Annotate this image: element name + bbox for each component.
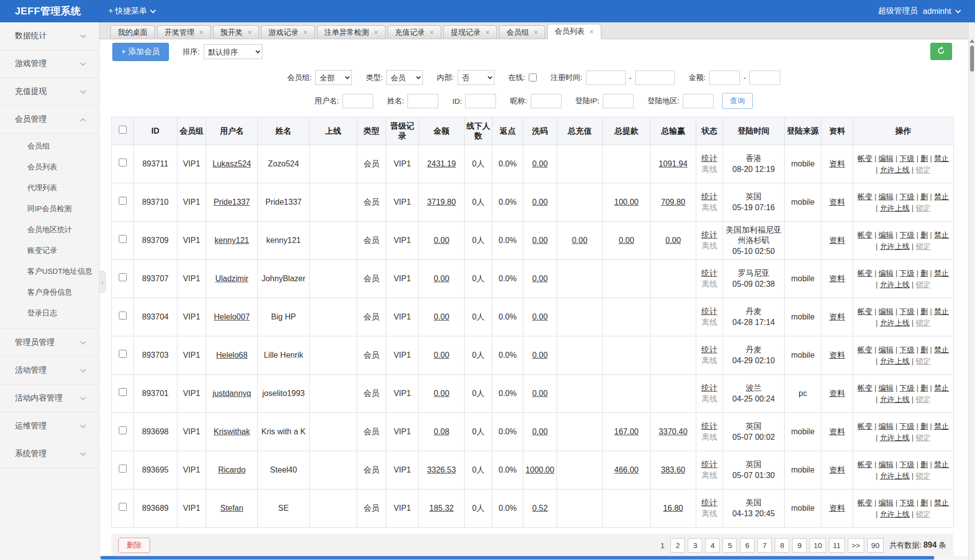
op-delete[interactable]: 删 — [920, 307, 928, 316]
profile-link[interactable]: 资料 — [829, 198, 845, 206]
op-lock[interactable]: 锁定 — [916, 395, 931, 403]
amount-link[interactable]: 0.00 — [434, 274, 449, 283]
sidebar-item[interactable]: 会员地区统计 — [0, 219, 99, 240]
op-subordinates[interactable]: 下级 — [899, 269, 914, 277]
op-ban[interactable]: 禁止 — [934, 231, 949, 239]
total-withdraw-link[interactable]: 466.00 — [614, 466, 639, 474]
member-username-link[interactable]: Helelo007 — [214, 313, 249, 321]
sidebar-group[interactable]: 活动管理 — [0, 357, 99, 385]
sidebar-group[interactable]: 活动内容管理 — [0, 385, 99, 412]
wash-link[interactable]: 0.00 — [532, 389, 548, 398]
op-allow-online[interactable]: 允许上线 — [880, 357, 909, 365]
sidebar-group[interactable]: 游戏管理 — [0, 50, 99, 78]
amount-link[interactable]: 0.08 — [434, 427, 449, 436]
sidebar-item[interactable]: 登录日志 — [0, 303, 99, 323]
op-edit[interactable]: 编辑 — [879, 345, 894, 354]
op-account-change[interactable]: 帐变 — [858, 269, 873, 277]
tab[interactable]: 游戏记录× — [261, 25, 315, 39]
row-checkbox[interactable] — [119, 350, 127, 358]
row-checkbox[interactable] — [119, 503, 127, 511]
row-checkbox[interactable] — [119, 388, 127, 396]
op-allow-online[interactable]: 允许上线 — [880, 433, 909, 442]
op-lock[interactable]: 锁定 — [916, 472, 931, 480]
stats-link[interactable]: 统计 — [698, 421, 721, 432]
sidebar-collapse-handle[interactable]: ‹ — [99, 271, 106, 293]
op-subordinates[interactable]: 下级 — [899, 345, 914, 354]
stats-link[interactable]: 统计 — [698, 153, 721, 164]
op-delete[interactable]: 删 — [920, 345, 928, 354]
sidebar-item[interactable]: 会员组 — [0, 136, 99, 157]
stats-link[interactable]: 统计 — [698, 497, 721, 508]
tab[interactable]: 会员列表× — [547, 24, 601, 39]
stats-link[interactable]: 统计 — [698, 268, 721, 279]
page-button[interactable]: 5 — [723, 538, 737, 553]
profile-link[interactable]: 资料 — [829, 236, 845, 244]
page-button[interactable]: 11 — [829, 538, 845, 553]
op-account-change[interactable]: 帐变 — [858, 460, 873, 469]
profile-link[interactable]: 资料 — [829, 427, 845, 436]
member-username-link[interactable]: Pride1337 — [214, 198, 250, 206]
amount-link[interactable]: 3719.80 — [427, 198, 456, 206]
sidebar-item[interactable]: 代理列表 — [0, 177, 99, 198]
op-allow-online[interactable]: 允许上线 — [880, 165, 909, 174]
row-checkbox[interactable] — [119, 312, 127, 320]
op-delete[interactable]: 删 — [920, 192, 928, 201]
op-lock[interactable]: 锁定 — [916, 510, 931, 518]
tab-close-icon[interactable]: × — [430, 29, 434, 36]
member-group-select[interactable]: 全部 — [315, 70, 352, 85]
page-button[interactable]: 4 — [705, 538, 720, 553]
id-input[interactable] — [465, 94, 496, 108]
profile-link[interactable]: 资料 — [829, 466, 845, 474]
op-delete[interactable]: 删 — [920, 384, 928, 392]
op-edit[interactable]: 编辑 — [879, 154, 894, 162]
row-checkbox[interactable] — [119, 465, 127, 473]
op-account-change[interactable]: 帐变 — [858, 231, 873, 239]
sidebar-item[interactable]: 客户身份信息 — [0, 282, 99, 303]
tab-close-icon[interactable]: × — [247, 29, 251, 36]
profile-link[interactable]: 资料 — [829, 504, 845, 512]
member-username-link[interactable]: justdannyq — [213, 389, 251, 398]
page-button[interactable]: 8 — [775, 538, 789, 553]
add-member-button[interactable]: + 添加会员 — [112, 43, 169, 61]
amount-link[interactable]: 0.00 — [434, 313, 449, 321]
op-subordinates[interactable]: 下级 — [899, 231, 914, 239]
op-ban[interactable]: 禁止 — [934, 422, 949, 430]
tab[interactable]: 充值记录× — [388, 25, 441, 39]
user-menu[interactable]: 超级管理员 adminht — [878, 6, 960, 16]
tab[interactable]: 提现记录× — [443, 25, 497, 39]
search-button[interactable]: 查询 — [722, 93, 753, 109]
sidebar-group[interactable]: 数据统计 — [0, 22, 99, 50]
op-edit[interactable]: 编辑 — [879, 192, 894, 201]
wash-link[interactable]: 1000.00 — [526, 466, 555, 474]
total-winloss-link[interactable]: 3370.40 — [659, 427, 688, 436]
total-winloss-link[interactable]: 383.60 — [661, 466, 685, 474]
stats-link[interactable]: 统计 — [698, 191, 721, 202]
op-delete[interactable]: 删 — [920, 269, 928, 277]
op-ban[interactable]: 禁止 — [934, 345, 949, 354]
op-delete[interactable]: 删 — [920, 154, 928, 162]
next-pages-button[interactable]: >> — [848, 538, 865, 553]
tab-close-icon[interactable]: × — [589, 28, 593, 35]
tab[interactable]: 预开奖× — [213, 25, 259, 39]
stats-link[interactable]: 统计 — [698, 306, 721, 317]
row-checkbox[interactable] — [119, 159, 127, 166]
stats-link[interactable]: 统计 — [698, 344, 721, 355]
op-account-change[interactable]: 帐变 — [858, 498, 873, 507]
select-all-checkbox[interactable] — [119, 126, 127, 134]
op-subordinates[interactable]: 下级 — [899, 154, 914, 162]
sort-select[interactable]: 默认排序 — [204, 44, 262, 59]
op-delete[interactable]: 删 — [920, 231, 928, 239]
wash-link[interactable]: 0.00 — [532, 198, 548, 206]
amount-link[interactable]: 2431.19 — [427, 160, 456, 168]
wash-link[interactable]: 0.00 — [532, 236, 548, 244]
op-allow-online[interactable]: 允许上线 — [880, 242, 909, 250]
amount-link[interactable]: 0.00 — [434, 389, 449, 398]
delete-button[interactable]: 删除 — [118, 538, 150, 553]
horizontal-scrollbar-thumb[interactable] — [100, 556, 934, 560]
member-type-select[interactable]: 会员 — [386, 70, 423, 85]
scroll-up-icon[interactable] — [970, 39, 975, 43]
tab[interactable]: 开奖管理× — [157, 25, 211, 39]
op-account-change[interactable]: 帐变 — [858, 307, 873, 316]
total-winloss-link[interactable]: 709.80 — [661, 198, 685, 206]
op-ban[interactable]: 禁止 — [934, 192, 949, 201]
